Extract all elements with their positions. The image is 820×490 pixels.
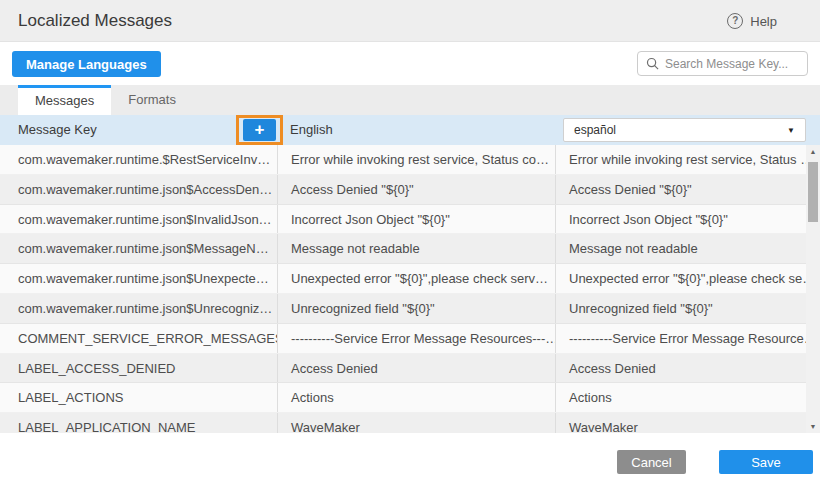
cell-english[interactable]: Unexpected error "${0}",please check ser… [277, 264, 555, 293]
cell-espanol[interactable]: ----------Service Error Message Resource… [555, 324, 806, 353]
table-row[interactable]: LABEL_ACCESS_DENIED Access Denied Access… [0, 354, 806, 384]
messages-table-body: com.wavemaker.runtime.$RestServiceInv… E… [0, 145, 806, 433]
language-select[interactable]: español ▼ [563, 118, 806, 142]
cell-message-key[interactable]: com.wavemaker.runtime.$RestServiceInv… [0, 145, 277, 174]
page-title: Localized Messages [18, 0, 172, 42]
table-row[interactable]: com.wavemaker.runtime.$RestServiceInv… E… [0, 145, 806, 175]
table-row[interactable]: COMMENT_SERVICE_ERROR_MESSAGES ---------… [0, 324, 806, 354]
vertical-scrollbar[interactable]: ▲ ▼ [806, 145, 820, 433]
cell-message-key[interactable]: LABEL_APPLICATION_NAME [0, 413, 277, 433]
help-label: Help [750, 14, 777, 29]
cell-english[interactable]: ----------Service Error Message Resource… [277, 324, 555, 353]
dialog-footer: Cancel Save [0, 433, 820, 490]
cell-espanol[interactable]: Message not readable [555, 234, 806, 263]
cell-english[interactable]: Actions [277, 383, 555, 412]
tab-messages[interactable]: Messages [18, 85, 111, 115]
cell-espanol[interactable]: Error while invoking rest service, Statu… [555, 145, 806, 174]
table-row[interactable]: com.wavemaker.runtime.json$Unrecogniz… U… [0, 294, 806, 324]
cell-message-key[interactable]: LABEL_ACCESS_DENIED [0, 354, 277, 383]
toolbar: Manage Languages [0, 42, 820, 85]
add-message-button[interactable]: + [243, 119, 276, 141]
cell-english[interactable]: Error while invoking rest service, Statu… [277, 145, 555, 174]
cell-message-key[interactable]: com.wavemaker.runtime.json$Unexpecte… [0, 264, 277, 293]
manage-languages-button[interactable]: Manage Languages [12, 51, 161, 77]
search-icon [646, 57, 659, 70]
help-question-icon: ? [727, 13, 743, 29]
language-select-value: español [574, 123, 787, 137]
column-header-message-key: Message Key [18, 115, 97, 145]
cell-english[interactable]: Message not readable [277, 234, 555, 263]
cell-espanol[interactable]: Access Denied "${0}" [555, 175, 806, 204]
scroll-down-icon[interactable]: ▼ [806, 423, 820, 430]
help-button[interactable]: ? Help [727, 0, 777, 42]
cancel-button[interactable]: Cancel [617, 450, 686, 474]
table-row[interactable]: com.wavemaker.runtime.json$InvalidJson… … [0, 205, 806, 235]
cell-message-key[interactable]: com.wavemaker.runtime.json$Unrecogniz… [0, 294, 277, 323]
cell-message-key[interactable]: com.wavemaker.runtime.json$AccessDen… [0, 175, 277, 204]
table-row[interactable]: com.wavemaker.runtime.json$MessageN… Mes… [0, 234, 806, 264]
cell-espanol[interactable]: Unrecognized field "${0}" [555, 294, 806, 323]
tab-bar: Messages Formats [0, 85, 820, 115]
table-row[interactable]: LABEL_ACTIONS Actions Actions [0, 383, 806, 413]
cell-message-key[interactable]: com.wavemaker.runtime.json$MessageN… [0, 234, 277, 263]
cell-english[interactable]: Unrecognized field "${0}" [277, 294, 555, 323]
tab-formats[interactable]: Formats [111, 85, 193, 115]
cell-espanol[interactable]: Unexpected error "${0}",please check se… [555, 264, 806, 293]
cell-message-key[interactable]: COMMENT_SERVICE_ERROR_MESSAGES [0, 324, 277, 353]
cell-espanol[interactable]: WaveMaker [555, 413, 806, 433]
cell-english[interactable]: Incorrect Json Object "${0}" [277, 205, 555, 234]
table-header-row: Message Key + English español ▼ [0, 115, 820, 145]
cell-message-key[interactable]: com.wavemaker.runtime.json$InvalidJson… [0, 205, 277, 234]
table-row[interactable]: com.wavemaker.runtime.json$Unexpecte… Un… [0, 264, 806, 294]
column-header-english: English [290, 115, 333, 145]
cell-espanol[interactable]: Incorrect Json Object "${0}" [555, 205, 806, 234]
scroll-up-icon[interactable]: ▲ [806, 148, 820, 155]
chevron-down-icon: ▼ [787, 126, 795, 135]
scrollbar-thumb[interactable] [808, 162, 818, 222]
table-row[interactable]: LABEL_APPLICATION_NAME WaveMaker WaveMak… [0, 413, 806, 433]
search-box[interactable] [637, 51, 808, 76]
dialog-titlebar: Localized Messages ? Help [0, 0, 820, 42]
cell-english[interactable]: WaveMaker [277, 413, 555, 433]
cell-message-key[interactable]: LABEL_ACTIONS [0, 383, 277, 412]
table-row[interactable]: com.wavemaker.runtime.json$AccessDen… Ac… [0, 175, 806, 205]
cell-espanol[interactable]: Access Denied [555, 354, 806, 383]
cell-english[interactable]: Access Denied "${0}" [277, 175, 555, 204]
save-button[interactable]: Save [719, 450, 813, 474]
cell-espanol[interactable]: Actions [555, 383, 806, 412]
search-input[interactable] [665, 57, 799, 71]
cell-english[interactable]: Access Denied [277, 354, 555, 383]
add-message-highlight-box: + [236, 115, 283, 145]
